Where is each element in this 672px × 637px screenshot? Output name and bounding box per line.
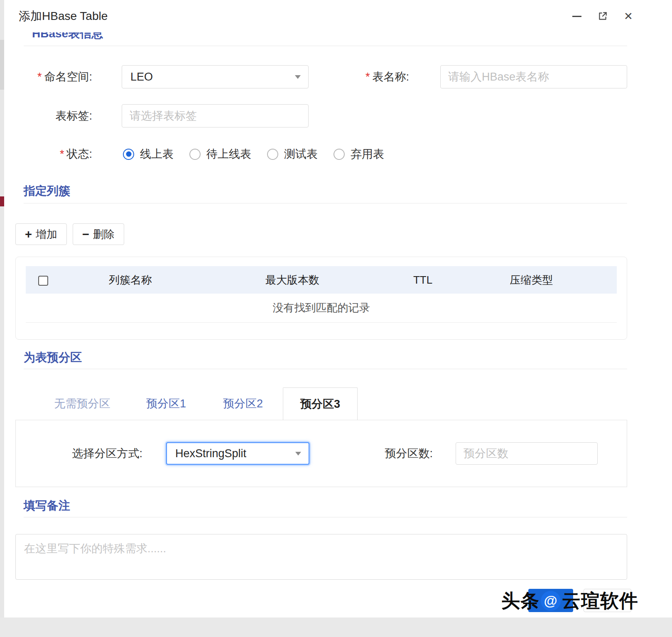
divider xyxy=(24,369,627,369)
section-heading-remarks: 填写备注 xyxy=(24,499,627,513)
table-tag-input[interactable] xyxy=(122,104,309,127)
dialog-footer: 头条 @ 云瑄软件 xyxy=(15,589,627,613)
split-method-value: HexStringSplit xyxy=(175,447,246,460)
radio-icon xyxy=(334,149,345,160)
status-radio-pending[interactable]: 待上线表 xyxy=(189,147,251,162)
table-name-input[interactable] xyxy=(440,65,627,88)
section-heading-prepartition: 为表预分区 xyxy=(24,350,627,365)
section-heading-column-family: 指定列簇 xyxy=(24,184,627,198)
required-mark: * xyxy=(37,71,42,83)
maximize-button[interactable] xyxy=(596,10,609,22)
tab-prepartition-1[interactable]: 预分区1 xyxy=(129,387,203,420)
radio-icon xyxy=(267,149,278,160)
status-radio-online[interactable]: 线上表 xyxy=(123,147,174,162)
column-family-actions: + 增加 − 删除 xyxy=(15,223,627,245)
status-radio-deprecated[interactable]: 弃用表 xyxy=(334,147,384,162)
row-status: *状态: 线上表 待上线表 测试表 弃用表 xyxy=(15,146,627,162)
radio-selected-icon xyxy=(123,149,134,160)
divider xyxy=(24,203,627,203)
chevron-down-icon xyxy=(295,75,301,79)
prepartition-tabs: 无需预分区 预分区1 预分区2 预分区3 xyxy=(15,387,627,420)
tab-prepartition-2[interactable]: 预分区2 xyxy=(203,387,283,420)
status-radio-test[interactable]: 测试表 xyxy=(267,147,318,162)
select-all-checkbox[interactable] xyxy=(38,276,48,286)
delete-column-family-button[interactable]: − 删除 xyxy=(73,223,124,245)
table-tag-label: 表标签: xyxy=(15,108,92,123)
namespace-select[interactable]: LEO xyxy=(122,65,309,88)
row-table-tag: 表标签: xyxy=(15,104,627,127)
minimize-button[interactable] xyxy=(571,10,583,22)
maximize-icon xyxy=(597,11,608,22)
plus-icon: + xyxy=(25,228,32,240)
page-edge-red-fragment xyxy=(0,196,4,206)
section-table-info-clip: HBase表信息 xyxy=(24,32,627,42)
column-header-ttl: TTL xyxy=(400,274,446,287)
window-controls: ✕ xyxy=(571,10,635,22)
split-method-label: 选择分区方式: xyxy=(16,446,142,461)
status-label: *状态: xyxy=(15,147,92,162)
close-button[interactable]: ✕ xyxy=(622,10,635,22)
dialog-titlebar: 添加HBase Table ✕ xyxy=(4,0,672,32)
remarks-textarea[interactable] xyxy=(15,534,627,580)
required-mark: * xyxy=(365,71,370,83)
watermark-right: 云瑄软件 xyxy=(562,588,638,613)
status-radio-group: 线上表 待上线表 测试表 弃用表 xyxy=(123,147,384,162)
watermark-left: 头条 xyxy=(501,588,540,613)
split-count-input[interactable] xyxy=(456,442,598,465)
table-header-row: 列簇名称 最大版本数 TTL 压缩类型 xyxy=(26,266,617,294)
namespace-label: *命名空间: xyxy=(15,69,92,84)
page-edge-strip xyxy=(0,0,4,637)
column-header-max-versions: 最大版本数 xyxy=(185,273,400,287)
column-header-family-name: 列簇名称 xyxy=(76,273,185,287)
page-bottom-strip xyxy=(0,617,672,637)
chevron-down-icon xyxy=(295,452,301,456)
minimize-icon xyxy=(572,16,581,17)
row-split-method: 选择分区方式: HexStringSplit 预分区数: xyxy=(16,442,627,465)
dialog-title: 添加HBase Table xyxy=(19,8,108,24)
split-count-label: 预分区数: xyxy=(309,446,433,461)
tab-no-prepartition[interactable]: 无需预分区 xyxy=(35,387,129,420)
table-empty-state: 没有找到匹配的记录 xyxy=(26,294,617,323)
table-header-checkbox-cell xyxy=(26,274,76,287)
close-icon: ✕ xyxy=(624,10,633,23)
at-badge-icon: @ xyxy=(541,591,561,611)
table-name-label: *表名称: xyxy=(309,69,409,84)
required-mark: * xyxy=(60,148,64,160)
watermark: 头条 @ 云瑄软件 xyxy=(501,588,638,613)
divider xyxy=(24,517,627,517)
add-column-family-button[interactable]: + 增加 xyxy=(15,223,67,245)
row-namespace-tablename: *命名空间: LEO *表名称: xyxy=(15,65,627,88)
split-method-select[interactable]: HexStringSplit xyxy=(166,442,309,465)
namespace-select-value: LEO xyxy=(130,71,153,83)
add-hbase-table-dialog: 添加HBase Table ✕ HBase表信息 *命名空间: xyxy=(4,0,672,617)
radio-icon xyxy=(189,149,201,160)
divider xyxy=(24,46,627,46)
page-edge-fragment xyxy=(0,40,4,90)
column-header-compression: 压缩类型 xyxy=(446,273,617,287)
dialog-body: HBase表信息 *命名空间: LEO *表名称: 表标签: *状态: 线上表 xyxy=(4,32,672,613)
tab-prepartition-3[interactable]: 预分区3 xyxy=(283,387,358,420)
column-family-table: 列簇名称 最大版本数 TTL 压缩类型 没有找到匹配的记录 xyxy=(15,257,627,340)
prepartition-panel: 选择分区方式: HexStringSplit 预分区数: xyxy=(15,420,627,487)
minus-icon: − xyxy=(82,228,89,240)
section-heading-table-info: HBase表信息 xyxy=(32,32,103,41)
